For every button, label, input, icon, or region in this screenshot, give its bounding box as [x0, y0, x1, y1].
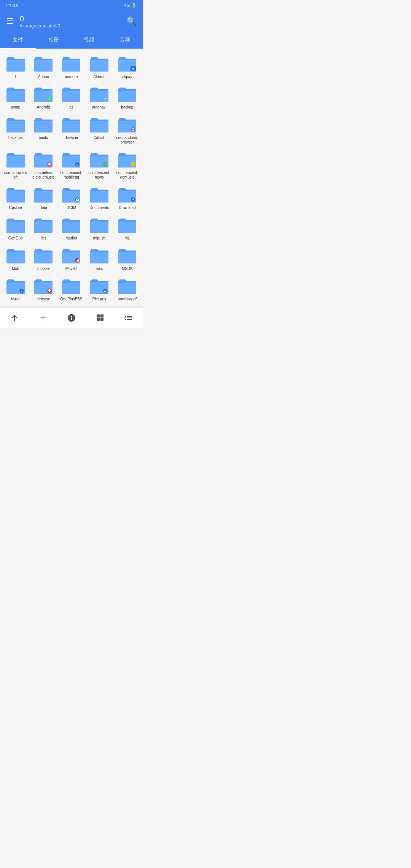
folder-item[interactable]: com.netease.cloudmusic: [29, 148, 57, 183]
folder-label: autonavi: [92, 105, 107, 110]
folder-icon: Q: [61, 151, 81, 169]
folder-item[interactable]: msc: [85, 244, 113, 274]
folder-icon: [61, 216, 81, 235]
folder-icon: [33, 216, 53, 235]
folder-icon: [33, 247, 53, 265]
svg-point-5: [131, 127, 135, 132]
tab-albums[interactable]: 相册: [36, 32, 72, 48]
folder-item[interactable]: Browser: [57, 113, 85, 148]
folder-icon: [89, 277, 109, 295]
folder-item[interactable]: ♪Music: [2, 274, 29, 305]
folder-badge: [46, 161, 53, 168]
folder-item[interactable]: data: [29, 183, 57, 213]
folder-item[interactable]: com.apowersoft: [2, 148, 29, 183]
folder-item[interactable]: Pictures: [85, 274, 113, 305]
folder-icon: [33, 151, 53, 169]
folder-item[interactable]: Ncom.tencent.news: [85, 148, 113, 183]
current-path: /storage/emulated/0: [20, 23, 120, 29]
folder-item[interactable]: mobike: [29, 244, 57, 274]
folder-item[interactable]: backups: [2, 113, 29, 148]
folder-item[interactable]: mipush: [85, 213, 113, 244]
file-count: 0: [20, 14, 120, 23]
folder-item[interactable]: GanGuo: [2, 213, 29, 244]
folder-badge: A: [46, 95, 53, 103]
folder-icon: [61, 55, 81, 73]
folder-item[interactable]: ♪com.tencent.qqmusic: [113, 148, 141, 183]
add-icon: [38, 313, 48, 322]
folder-item[interactable]: Adhoc: [29, 52, 57, 82]
folder-item[interactable]: netease: [29, 274, 57, 305]
folder-label: portfoliopdf: [118, 297, 137, 302]
folder-item[interactable]: Qcom.tencent.mobileqq: [57, 148, 85, 183]
status-bar: 21:49 4G 🔋: [0, 0, 143, 11]
folder-item[interactable]: autonavi: [85, 82, 113, 113]
folder-item[interactable]: DCIM: [57, 183, 85, 213]
network-icon: 4G: [124, 3, 130, 8]
folder-icon: [117, 116, 137, 134]
folder-label: Movies: [65, 266, 78, 271]
folder-item[interactable]: Market: [57, 213, 85, 244]
folder-item[interactable]: com.android.browser: [113, 113, 141, 148]
folder-label: Browser: [64, 136, 78, 140]
grid-view-button[interactable]: [91, 312, 109, 324]
folder-item[interactable]: Catfish: [85, 113, 113, 148]
menu-button[interactable]: ☰: [5, 15, 15, 28]
folder-icon: [117, 186, 137, 204]
folder-item[interactable]: 1: [2, 52, 29, 82]
folder-item[interactable]: ML: [113, 213, 141, 244]
folder-item[interactable]: airmore: [57, 52, 85, 82]
folder-item[interactable]: Documents: [85, 183, 113, 213]
folder-label: backups: [8, 136, 22, 140]
folder-label: MSDK: [122, 266, 133, 271]
folder-item[interactable]: Download: [113, 183, 141, 213]
folder-label: Catfish: [93, 136, 105, 140]
folder-label: as: [69, 105, 73, 110]
folder-label: Download: [119, 206, 135, 210]
folder-label: msc: [96, 266, 103, 271]
folder-icon: [89, 85, 109, 104]
folder-item[interactable]: libs: [29, 213, 57, 244]
folder-label: com.netease.cloudmusic: [32, 171, 55, 180]
list-view-button[interactable]: [119, 312, 138, 324]
folder-item[interactable]: AAndroid: [29, 82, 57, 113]
folder-icon: [33, 186, 53, 204]
header: ☰ 0 /storage/emulated/0 🔍: [0, 11, 143, 32]
folder-item[interactable]: Mob: [2, 244, 29, 274]
folder-item[interactable]: OnePlusBBS: [57, 274, 85, 305]
folder-item[interactable]: amap: [2, 82, 29, 113]
folder-label: amap: [11, 105, 20, 110]
search-button[interactable]: 🔍: [125, 15, 138, 28]
folder-item[interactable]: 支alipay: [113, 52, 141, 82]
tab-audio[interactable]: 音频: [107, 32, 143, 48]
add-button[interactable]: [34, 312, 52, 324]
folder-label: com.android.browser: [116, 136, 139, 145]
folder-label: com.tencent.news: [88, 171, 111, 180]
folder-item[interactable]: MSDK: [113, 244, 141, 274]
svg-point-23: [106, 290, 107, 290]
tab-videos[interactable]: 视频: [72, 32, 107, 48]
folder-item[interactable]: backup: [113, 82, 141, 113]
folder-item[interactable]: baidu: [29, 113, 57, 148]
folder-badge: [46, 287, 53, 295]
folder-icon: A: [33, 85, 53, 104]
folder-label: CpsLite: [9, 206, 22, 210]
folder-item[interactable]: CpsLite: [2, 183, 29, 213]
folder-item[interactable]: portfoliopdf: [113, 274, 141, 305]
info-button[interactable]: [62, 312, 81, 324]
folder-icon: [89, 116, 109, 134]
folder-label: Documents: [90, 206, 109, 210]
status-time: 21:49: [6, 3, 19, 8]
folder-item[interactable]: Alarms: [85, 52, 113, 82]
header-title-area: 0 /storage/emulated/0: [20, 14, 120, 29]
folder-badge: ♪: [18, 287, 25, 295]
folder-label: Alarms: [93, 75, 105, 79]
tab-files[interactable]: 文件: [0, 32, 36, 48]
svg-text:♪: ♪: [21, 289, 22, 292]
up-button[interactable]: [5, 312, 24, 324]
folder-item[interactable]: Movies: [57, 244, 85, 274]
folder-icon: [6, 55, 25, 73]
folder-label: Mob: [12, 266, 19, 271]
folder-icon: [61, 116, 81, 134]
folder-item[interactable]: as: [57, 82, 85, 113]
folder-icon: [117, 85, 137, 104]
